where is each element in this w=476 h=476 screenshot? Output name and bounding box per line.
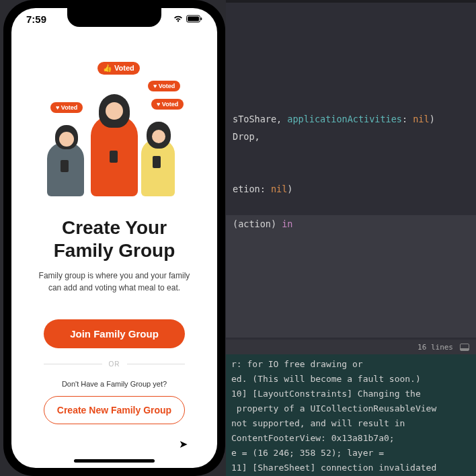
wifi-icon — [173, 13, 184, 25]
divider: OR — [44, 360, 185, 368]
battery-icon — [186, 13, 202, 25]
console-line: ed. (This will become a fault soon.) — [231, 372, 471, 387]
iphone-device-frame: 7:59 👍 Voted ♥ Voted ♥ Voted ♥ Voted — [3, 0, 225, 476]
debug-console[interactable]: r: for IO free drawing or ed. (This will… — [226, 354, 476, 476]
code-line[interactable]: (action) in — [233, 215, 469, 233]
line-count-label: 16 lines — [418, 343, 453, 352]
code-editor[interactable]: sToShare, applicationActivities: nil) Dr… — [226, 0, 476, 350]
console-line: ContentFooterView: 0x13a81b7a0; — [231, 431, 471, 446]
page-subtitle: Family group is where you and your famil… — [34, 270, 195, 294]
create-new-family-group-button[interactable]: Create New Family Group — [44, 396, 185, 424]
voted-bubble: ♥ Voted — [148, 81, 180, 91]
mouse-cursor-icon: ➤ — [179, 438, 188, 450]
family-illustration: 👍 Voted ♥ Voted ♥ Voted ♥ Voted — [34, 62, 195, 196]
code-line[interactable]: Drop, — [233, 128, 469, 145]
status-icons — [173, 13, 202, 25]
divider-text: OR — [109, 360, 120, 368]
notch — [67, 8, 161, 27]
panel-toggle-icon[interactable] — [460, 344, 469, 351]
page-title: Create YourFamily Group — [54, 216, 175, 262]
code-line[interactable]: sToShare, applicationActivities: nil) — [233, 110, 469, 128]
held-phone-icon — [153, 156, 161, 168]
code-line[interactable]: etion: nil) — [233, 180, 469, 198]
console-line: 10] [LayoutConstraints] Changing the — [231, 387, 471, 401]
join-family-group-button[interactable]: Join Family Group — [44, 319, 185, 348]
voted-bubble: 👍 Voted — [97, 62, 140, 75]
phone-screen: 7:59 👍 Voted ♥ Voted ♥ Voted ♥ Voted — [11, 8, 217, 468]
home-indicator[interactable] — [74, 459, 155, 463]
svg-rect-1 — [188, 17, 199, 22]
console-line: property of a UICollectionReusableView — [231, 401, 471, 416]
editor-status-bar: 16 lines — [226, 340, 476, 354]
console-line: e = (16 246; 358 52); layer = — [231, 446, 471, 461]
console-line: r: for IO free drawing or — [231, 357, 471, 372]
held-phone-icon — [110, 151, 118, 163]
onboarding-content: 👍 Voted ♥ Voted ♥ Voted ♥ Voted Create Y… — [11, 8, 217, 444]
console-line: 11] [ShareSheet] connection invalidated — [231, 461, 471, 475]
status-time: 7:59 — [26, 13, 46, 25]
held-phone-icon — [61, 160, 69, 172]
svg-rect-2 — [201, 17, 202, 20]
console-line: not supported, and will result in — [231, 416, 471, 431]
create-prompt-text: Don't Have a Family Group yet? — [62, 380, 167, 388]
